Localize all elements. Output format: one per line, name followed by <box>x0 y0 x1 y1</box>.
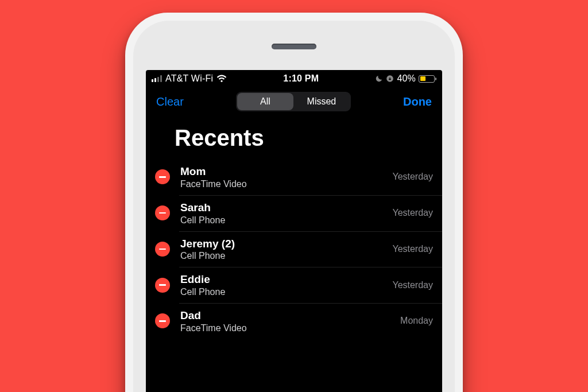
call-row[interactable]: Mom FaceTime Video Yesterday <box>146 159 442 195</box>
done-button[interactable]: Done <box>403 95 432 108</box>
tab-all[interactable]: All <box>237 93 293 110</box>
delete-button[interactable] <box>155 169 170 184</box>
status-right: 40% <box>375 73 436 84</box>
minus-icon <box>159 284 166 286</box>
call-info: Sarah Cell Phone <box>180 201 386 226</box>
call-info: Dad FaceTime Video <box>180 309 394 333</box>
call-time: Yesterday <box>386 244 433 254</box>
tab-missed[interactable]: Missed <box>293 93 350 110</box>
call-info: Mom FaceTime Video <box>180 165 386 189</box>
call-name: Eddie <box>180 273 386 286</box>
call-name: Dad <box>180 309 394 323</box>
filter-segmented-control[interactable]: All Missed <box>236 92 351 111</box>
delete-button[interactable] <box>155 313 170 328</box>
minus-icon <box>159 320 166 322</box>
call-row[interactable]: Eddie Cell Phone Yesterday <box>146 267 442 303</box>
call-time: Yesterday <box>386 208 433 218</box>
status-left: AT&T Wi-Fi <box>152 73 227 84</box>
call-time: Yesterday <box>386 172 433 182</box>
minus-icon <box>159 249 166 250</box>
delete-button[interactable] <box>155 242 170 257</box>
status-bar: AT&T Wi-Fi 1:10 PM 40% <box>146 70 442 87</box>
call-time: Monday <box>394 316 433 326</box>
cellular-signal-icon <box>152 75 162 82</box>
carrier-label: AT&T Wi-Fi <box>165 73 213 84</box>
minus-icon <box>159 176 166 178</box>
clear-button[interactable]: Clear <box>156 95 184 108</box>
delete-button[interactable] <box>155 278 170 293</box>
delete-button[interactable] <box>155 205 170 220</box>
call-name: Mom <box>180 165 386 178</box>
call-subtitle: Cell Phone <box>180 251 386 261</box>
orientation-lock-icon <box>386 75 394 83</box>
screen: AT&T Wi-Fi 1:10 PM 40% <box>146 70 442 392</box>
status-time: 1:10 PM <box>227 73 375 84</box>
earpiece <box>272 44 316 49</box>
call-name: Jeremy (2) <box>180 237 386 251</box>
call-name: Sarah <box>180 201 386 215</box>
call-subtitle: Cell Phone <box>180 287 386 297</box>
battery-icon <box>419 75 436 83</box>
phone-frame: AT&T Wi-Fi 1:10 PM 40% <box>125 13 463 392</box>
recents-list[interactable]: Mom FaceTime Video Yesterday Sarah Cell … <box>146 159 442 339</box>
call-row[interactable]: Dad FaceTime Video Monday <box>146 303 442 339</box>
phone-bezel: AT&T Wi-Fi 1:10 PM 40% <box>133 21 455 392</box>
call-subtitle: Cell Phone <box>180 215 386 226</box>
call-row[interactable]: Sarah Cell Phone Yesterday <box>146 195 442 231</box>
minus-icon <box>159 212 166 214</box>
call-subtitle: FaceTime Video <box>180 179 386 189</box>
page-title: Recents <box>146 117 442 159</box>
call-info: Eddie Cell Phone <box>180 273 386 297</box>
call-time: Yesterday <box>386 280 433 290</box>
nav-bar: Clear All Missed Done <box>146 87 442 117</box>
call-row[interactable]: Jeremy (2) Cell Phone Yesterday <box>146 231 442 267</box>
do-not-disturb-icon <box>375 75 383 83</box>
battery-percent: 40% <box>397 73 416 84</box>
call-subtitle: FaceTime Video <box>180 323 394 333</box>
call-info: Jeremy (2) Cell Phone <box>180 237 386 262</box>
wifi-icon <box>216 73 227 84</box>
